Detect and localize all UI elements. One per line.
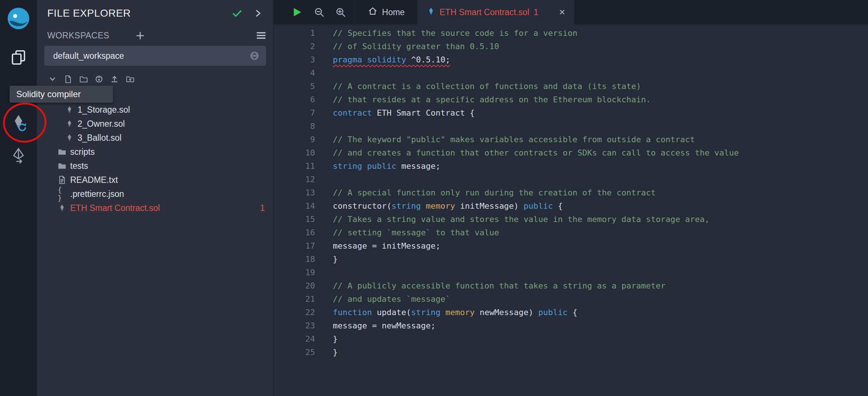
- code-line: [333, 66, 868, 80]
- file-item-3-ballot-sol[interactable]: 3_Ballot.sol: [37, 131, 273, 145]
- code-line: // and creates a function that other con…: [333, 146, 868, 160]
- code-line: [333, 266, 868, 279]
- solidity-file-icon: [65, 106, 74, 113]
- code-line: // of Solidity greater than 0.5.10: [333, 40, 868, 53]
- panel-title: FILE EXPLORER: [47, 7, 131, 19]
- code-line: // setting `message` to that value: [333, 226, 868, 239]
- code-content[interactable]: // Specifies that the source code is for…: [333, 24, 868, 396]
- line-number: 15: [274, 213, 322, 226]
- file-item-readme-txt[interactable]: README.txt: [37, 173, 273, 187]
- file-item-scripts[interactable]: scripts: [37, 145, 273, 159]
- editor-area: Home ETH Smart Contract.sol 1 × 12345678…: [274, 0, 868, 396]
- code-line: [333, 173, 868, 186]
- solidity-file-icon: [58, 204, 66, 212]
- json-file-icon: { }: [58, 186, 66, 202]
- line-number: 11: [274, 160, 322, 173]
- line-number: 12: [274, 173, 322, 186]
- line-number: 3: [274, 53, 322, 66]
- code-line: }: [333, 332, 868, 346]
- line-number: 2: [274, 40, 322, 53]
- code-line: pragma solidity ^0.5.10;: [333, 53, 868, 66]
- file-explorer-icon[interactable]: [10, 49, 27, 67]
- file-item--prettierrc-json[interactable]: { }.prettierrc.json: [37, 187, 273, 201]
- tooltip: Solidity compiler: [10, 86, 113, 103]
- file-item-1-storage-sol[interactable]: 1_Storage.sol: [37, 103, 273, 117]
- run-script-button[interactable]: [291, 0, 303, 24]
- activity-bar: [0, 0, 37, 396]
- new-file-icon[interactable]: [64, 75, 72, 83]
- remix-logo[interactable]: [5, 5, 32, 33]
- file-item-tests[interactable]: tests: [37, 159, 273, 173]
- line-number: 5: [274, 80, 322, 93]
- code-line: [333, 120, 868, 133]
- line-number: 7: [274, 106, 322, 120]
- line-number: 25: [274, 346, 322, 359]
- solidity-file-icon: [65, 120, 74, 127]
- code-line: function update(string memory newMessage…: [333, 306, 868, 319]
- error-count-badge: 1: [534, 7, 539, 17]
- code-line: }: [333, 253, 868, 266]
- check-icon[interactable]: [232, 8, 243, 19]
- code-line: message = initMessage;: [333, 239, 868, 253]
- line-number: 9: [274, 133, 322, 146]
- hamburger-menu-icon[interactable]: [255, 30, 267, 41]
- workspace-name: default_workspace: [53, 51, 124, 61]
- file-explorer-panel: FILE EXPLORER WORKSPACES default_workspa…: [37, 0, 273, 396]
- upload-file-icon[interactable]: [110, 75, 119, 83]
- zoom-out-icon[interactable]: [314, 0, 325, 24]
- error-badge: 1: [260, 203, 265, 213]
- line-number: 1: [274, 27, 322, 40]
- code-line: // A contract is a collection of functio…: [333, 80, 868, 93]
- line-number: 20: [274, 279, 322, 293]
- workspaces-label: WORKSPACES: [47, 31, 109, 41]
- close-tab-icon[interactable]: ×: [559, 7, 565, 17]
- chevron-down-icon[interactable]: [48, 75, 57, 83]
- chevron-right-icon[interactable]: [253, 8, 263, 18]
- code-line: // that resides at a specific address on…: [333, 93, 868, 106]
- file-item-eth-smart-contract-sol[interactable]: ETH Smart Contract.sol1: [37, 201, 273, 215]
- workspace-dropdown-icon: [249, 50, 260, 61]
- file-label: 3_Ballot.sol: [78, 133, 122, 143]
- file-item-2-owner-sol[interactable]: 2_Owner.sol: [37, 117, 273, 131]
- upload-folder-icon[interactable]: [126, 75, 134, 83]
- line-number: 23: [274, 319, 322, 332]
- file-tree: 1_Storage.sol2_Owner.sol3_Ballot.solscri…: [37, 103, 273, 215]
- file-label: tests: [70, 161, 88, 171]
- file-label: scripts: [70, 147, 95, 157]
- code-line: // A special function only run during th…: [333, 186, 868, 199]
- workspace-select[interactable]: default_workspace: [44, 46, 266, 66]
- home-icon: [368, 6, 377, 18]
- line-number: 6: [274, 93, 322, 106]
- folder-file-icon: [58, 163, 66, 169]
- deploy-and-run-icon[interactable]: [10, 147, 27, 165]
- solidity-compiler-icon[interactable]: [9, 114, 28, 134]
- zoom-in-icon[interactable]: [335, 0, 346, 24]
- publish-gist-icon[interactable]: [95, 75, 103, 83]
- line-number: 24: [274, 332, 322, 346]
- folder-file-icon: [58, 148, 66, 155]
- tab-bar: Home ETH Smart Contract.sol 1 ×: [274, 0, 868, 24]
- tab-label: ETH Smart Contract.sol: [440, 7, 529, 17]
- add-workspace-button[interactable]: [135, 31, 145, 41]
- file-label: 2_Owner.sol: [78, 119, 125, 129]
- code-line: // and updates `message`: [333, 293, 868, 306]
- solidity-file-icon: [65, 134, 74, 141]
- line-number: 14: [274, 199, 322, 213]
- line-number: 8: [274, 120, 322, 133]
- tab-eth-smart-contract[interactable]: ETH Smart Contract.sol 1 ×: [418, 0, 574, 24]
- code-line: }: [333, 346, 868, 359]
- line-number: 16: [274, 226, 322, 239]
- new-folder-icon[interactable]: [79, 75, 88, 83]
- tab-home[interactable]: Home: [355, 0, 418, 24]
- code-line: // Specifies that the source code is for…: [333, 27, 868, 40]
- line-number: 13: [274, 186, 322, 199]
- tab-label: Home: [382, 7, 404, 17]
- file-label: README.txt: [70, 175, 118, 185]
- code-line: string public message;: [333, 160, 868, 173]
- file-file-icon: [58, 176, 66, 184]
- line-number: 4: [274, 66, 322, 80]
- solidity-icon: [427, 7, 435, 17]
- code-line: // The keyword "public" makes variables …: [333, 133, 868, 146]
- code-line: contract ETH Smart Contract {: [333, 106, 868, 120]
- workspaces-row: WORKSPACES: [37, 27, 273, 44]
